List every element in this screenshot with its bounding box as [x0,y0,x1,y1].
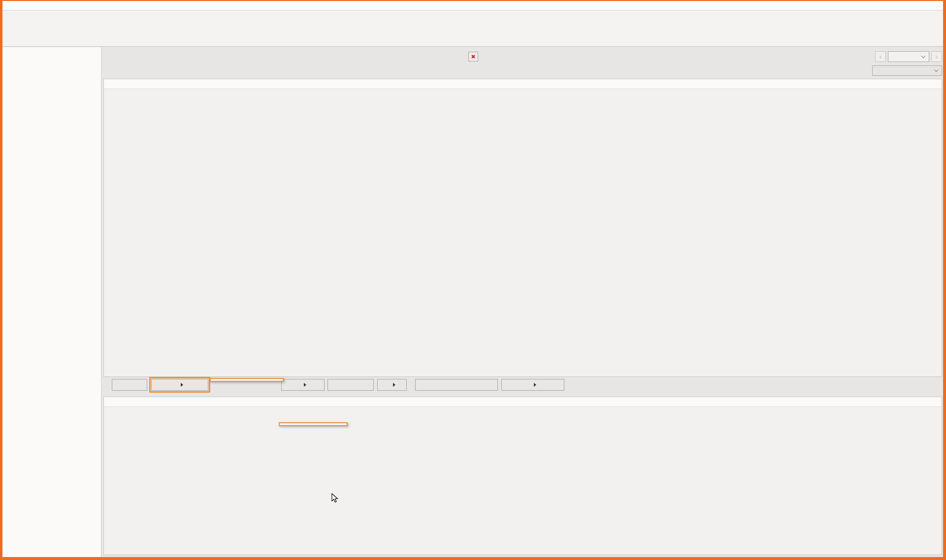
orders-table-header [104,79,942,89]
chevron-down-icon [934,68,939,73]
positions-table-header [104,397,942,407]
next-date-button[interactable]: › [931,51,942,62]
send-message-button[interactable] [415,379,498,391]
date-select[interactable] [888,51,929,62]
workflow-button[interactable] [501,379,564,391]
chevron-down-icon [921,55,926,59]
jtl-wawi-window: ‹ › [0,0,946,560]
set-list-button[interactable] [281,379,325,391]
positions-table [103,397,942,555]
order-button[interactable] [377,379,407,391]
date-navigation: ‹ › [875,51,942,62]
orders-table [103,79,942,377]
output-button[interactable] [151,379,208,391]
chevron-right-icon: › [936,53,938,61]
set-payment-button[interactable] [327,379,374,391]
output-context-menu [210,378,284,382]
date-range-select[interactable] [872,65,942,76]
prev-date-button[interactable]: ‹ [875,51,886,62]
clear-filters-button[interactable] [468,52,478,62]
toolbar [2,11,943,47]
mouse-cursor [331,493,339,504]
versandetikett-submenu [279,422,348,426]
sidebar [2,47,101,557]
chevron-left-icon: ‹ [880,53,882,61]
edit-button[interactable] [112,379,147,391]
menubar [2,1,943,10]
